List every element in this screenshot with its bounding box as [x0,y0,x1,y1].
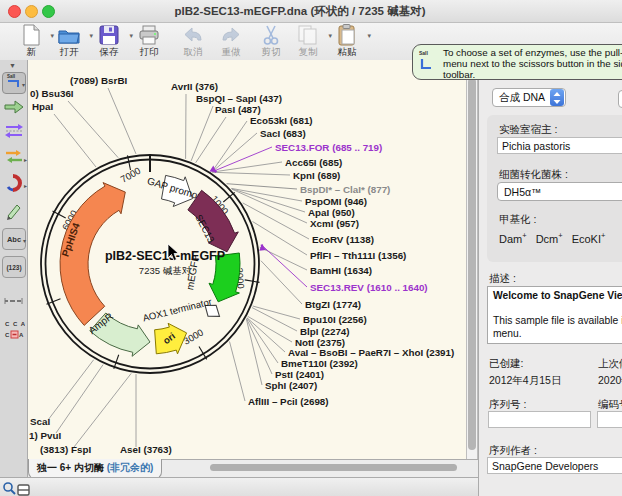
enzyme-set-label: 独一 6+ 内切酶 [37,462,104,473]
dna-type-select[interactable]: 合成 DNA [492,88,566,107]
save-button[interactable]: ▾ 保存 [90,24,128,59]
enzyme-site-label[interactable]: SEC13.REV (1610 .. 1640) [310,282,428,293]
enzyme-site-label[interactable]: SEC13.FOR (685 .. 719) [275,142,382,153]
sidebar-scroll-up-icon[interactable]: ▼ [9,62,16,69]
chevron-right-icon[interactable]: ▸ [24,156,27,163]
enzyme-site-label[interactable]: EcoRV (1138) [312,234,374,245]
enzyme-site-label[interactable]: AflIII – PciI (2698) [248,396,329,407]
sidebar-item-position-numbers[interactable]: (123) [2,256,26,278]
translation-arrows-icon [5,149,23,169]
enzyme-site-label[interactable]: BspDI* – ClaI* (877) [300,184,390,195]
site-leader-line [227,184,297,189]
plasmid-map-view[interactable]: 1000200030004000500060007000GAP promoter… [28,60,466,459]
enzyme-site-label[interactable]: SacI (683) [260,128,306,139]
enzyme-site-label[interactable]: KpnI (689) [293,170,340,181]
description-line: menu. [493,328,622,341]
accession-input[interactable] [597,411,622,428]
plasmid-subtitle: 7235 碱基对 [139,265,192,276]
strain-select[interactable]: DH5α™ [497,182,622,201]
enzyme-site-label[interactable]: BlpI (2274) [300,326,350,337]
enzyme-site-label[interactable]: Acc65I (685) [285,157,342,168]
sidebar-item-ruler[interactable] [2,290,26,312]
enzyme-site-label[interactable]: XcmI (957) [310,218,359,229]
enzyme-site-label[interactable]: BamHI (1634) [310,265,372,276]
inspector-panel: 合成 DNA 实验室宿主 : 细菌转化菌株 : DH5α™ 甲基化 : Dam+… [478,60,622,496]
zoom-search-icon[interactable] [2,481,16,496]
enzyme-site-label[interactable]: SphI (2407) [265,380,317,391]
enzyme-site-label[interactable]: PflFI – Tth111I (1356) [310,250,406,261]
enzyme-set-status-tab[interactable]: 独一 6+ 内切酶 (非冗余的) [28,459,162,479]
paste-dropdown-arrow[interactable]: ▾ [367,32,371,40]
enzyme-site-label[interactable]: 0) Bsu36I [30,88,74,99]
sidebar-item-enzymes[interactable]: SalI ▾ [2,72,26,94]
open-button[interactable]: ▾ 打开 [50,24,88,59]
sidebar-item-alignment[interactable]: C C ACA [2,318,26,346]
map-vertical-scrollbar-thumb[interactable] [468,78,476,450]
copy-button[interactable]: ▾ 复制 [289,24,327,59]
map-horizontal-scrollbar-thumb[interactable] [210,464,457,471]
tooltip-line: To choose a set of enzymes, use the pull… [443,47,622,58]
paste-button[interactable]: ▾ 粘贴 [328,24,366,59]
split-view-icon[interactable] [17,482,30,496]
sidebar-item-features[interactable] [2,98,26,120]
scissors-icon [252,24,290,46]
enzyme-site-label[interactable]: HpaI [32,101,54,112]
undo-button[interactable]: 取消 [174,24,212,59]
enzyme-site-label[interactable]: AvaI – BsoBI – PaeR7I – XhoI (2391) [288,347,454,358]
enzyme-site-label[interactable]: BspQI – SapI (437) [196,93,282,104]
description-line: Welcome to SnapGene Viewer! [493,290,622,303]
enzyme-site-label[interactable]: Bpu10I (2256) [303,314,367,325]
sidebar-item-primers[interactable] [2,122,26,144]
redo-arrow-icon [212,24,250,46]
dna-type-value: 合成 DNA [493,91,550,105]
enzyme-site-label[interactable]: ScaI [30,416,50,427]
chevron-right-icon[interactable]: ▸ [24,182,27,189]
alignment-letters-icon: C C ACA [3,318,25,346]
enzyme-site-label[interactable]: PstI (2401) [275,369,324,380]
site-leader-line [231,188,302,201]
enzyme-site-label[interactable]: BmeT110I (2392) [281,358,358,369]
enzyme-site-label[interactable]: ApaI (950) [308,207,355,218]
redo-button[interactable]: 重做 [212,24,250,59]
description-box[interactable]: Welcome to SnapGene Viewer! This sample … [487,286,622,344]
enzyme-cut-icon: SalI [419,51,439,75]
sidebar-item-text-labels[interactable]: Abc ▾ [2,228,26,250]
host-input[interactable] [497,137,622,154]
serial-label: 序列号 : [489,398,526,412]
sidebar-item-translations[interactable]: ▸ [2,148,26,170]
enzyme-site-label[interactable]: 1) PvuI [29,430,61,441]
methylation-item: Dam+ [499,233,527,245]
svg-text:C C A: C C A [5,321,25,327]
site-leader-line [253,306,300,319]
chevron-down-icon[interactable]: ▾ [22,81,25,88]
enzyme-site-label[interactable]: Eco53kI (681) [250,115,313,126]
plasmid-title: pIB2-SEC13-mEGFP [105,249,225,263]
print-button[interactable]: 打印 [130,24,168,59]
sidebar-item-orfs[interactable]: ▸ [2,174,26,196]
methylation-item: EcoKI+ [572,233,606,245]
author-input[interactable] [487,457,622,474]
enzyme-site-label[interactable]: AvrII (376) [171,81,218,92]
serial-input[interactable] [488,411,591,428]
enzyme-site-label[interactable]: BtgZI (1774) [305,299,361,310]
new-file-icon: ▾ [12,24,50,46]
modified-label: 上次修改: [598,357,622,371]
feature-aox1-terminator-label[interactable]: AOX1 terminator [141,296,212,324]
new-button[interactable]: ▾ 新 [12,24,50,59]
feature-arrow-icon [4,99,24,119]
enzyme-site-label[interactable]: (7089) BsrBI [70,75,127,86]
sidebar-item-edit[interactable] [2,202,26,224]
primer-arrows-icon [4,123,24,143]
description-label: 描述 : [489,272,516,286]
cut-button[interactable]: 剪切 [252,24,290,59]
enzyme-site-label[interactable]: (3813) FspI [40,444,91,455]
chevron-down-icon[interactable]: ▾ [23,237,26,244]
site-leader-line [243,203,309,239]
enzyme-site-label[interactable]: PasI (487) [215,104,261,115]
snapgene-viewer-window: { "window": { "title": "pIB2-SEC13-mEGFP… [0,0,622,496]
enzyme-site-label[interactable]: PspOMI (946) [305,196,367,207]
site-leader-line [215,147,272,171]
tick-label: 7000 [119,165,143,185]
enzyme-site-label[interactable]: AseI (3763) [120,444,172,455]
clipped-toolbar-button[interactable] [618,90,622,108]
